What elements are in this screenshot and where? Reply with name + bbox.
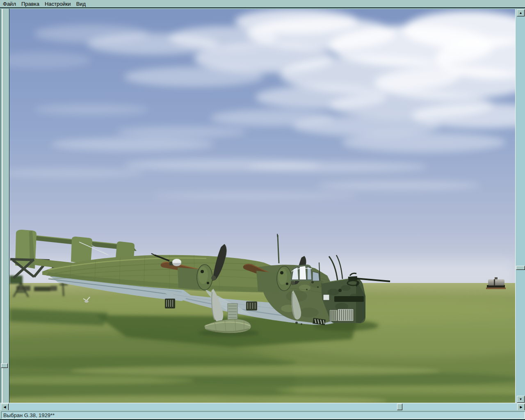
horizontal-scrollbar-track[interactable] (7, 403, 517, 410)
vertical-scrollbar-thumb[interactable] (516, 266, 525, 270)
scroll-right-button[interactable]: ▶ (517, 404, 525, 411)
menu-bar: Файл Правка Настройки Вид (0, 0, 525, 8)
right-arrow-icon: ▶ (520, 406, 522, 409)
viewport-3d[interactable] (9, 9, 515, 403)
app-window: Файл Правка Настройки Вид (0, 0, 525, 420)
menu-edit[interactable]: Правка (21, 1, 39, 7)
status-field: Выбран G.38, 1929** (1, 411, 525, 419)
vertical-scrollbar-track[interactable] (516, 16, 525, 395)
left-slider-track-shadow (3, 9, 4, 403)
left-slider-thumb[interactable] (1, 363, 8, 368)
menu-view[interactable]: Вид (76, 1, 86, 7)
menu-settings[interactable]: Настройки (45, 1, 71, 7)
status-text: Выбран G.38, 1929** (3, 412, 55, 418)
menu-file[interactable]: Файл (3, 1, 16, 7)
down-arrow-icon: ▼ (519, 398, 523, 401)
up-arrow-icon: ▲ (519, 11, 523, 15)
status-bar: Выбран G.38, 1929** (0, 410, 525, 419)
left-arrow-icon: ◀ (3, 406, 6, 409)
horizontal-scrollbar-thumb[interactable] (397, 404, 402, 410)
horizontal-scrollbar[interactable]: ◀ ▶ (0, 403, 525, 410)
vertical-scrollbar[interactable]: ▲ ▼ (515, 9, 525, 403)
left-vertical-slider[interactable] (0, 9, 9, 403)
scroll-down-button[interactable]: ▼ (517, 396, 525, 403)
scroll-up-button[interactable]: ▲ (517, 9, 525, 16)
